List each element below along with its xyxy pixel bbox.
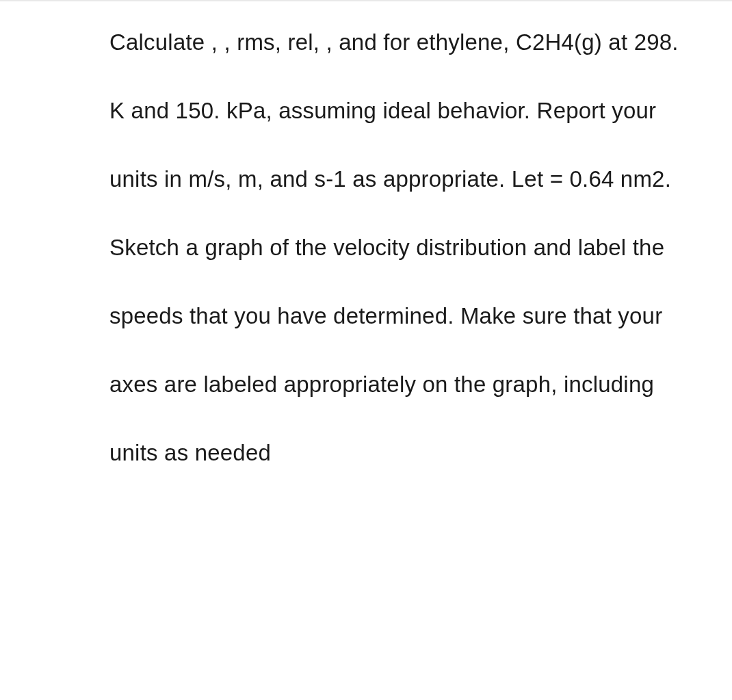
page-top-border xyxy=(0,0,732,1)
question-container: Calculate , , rms, rel, , and for ethyle… xyxy=(0,0,732,487)
question-text: Calculate , , rms, rel, , and for ethyle… xyxy=(109,8,691,487)
